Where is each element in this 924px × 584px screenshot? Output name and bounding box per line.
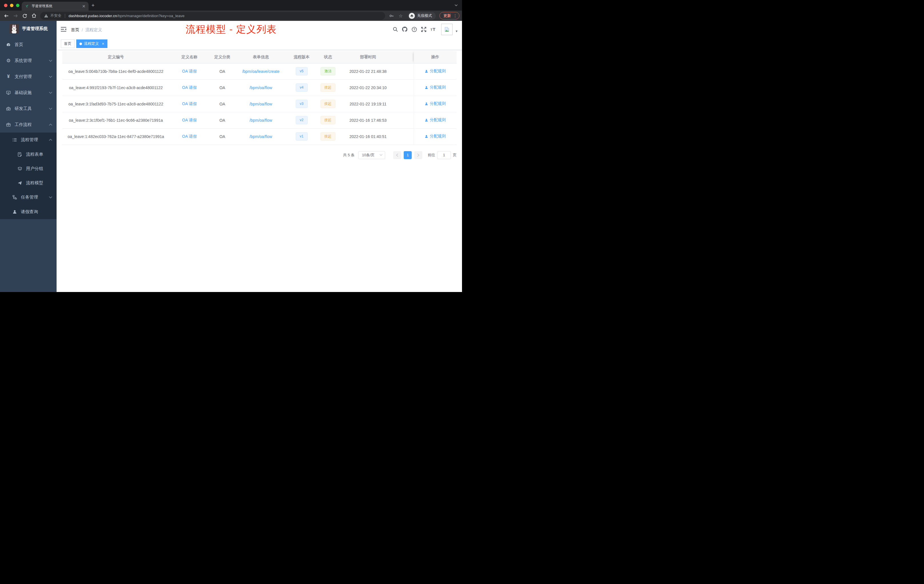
definition-name-link[interactable]: OA 请假 <box>182 85 196 90</box>
sidebar-item-dev-tools[interactable]: 研发工具 <box>0 101 56 117</box>
search-icon[interactable] <box>393 26 398 32</box>
security-label[interactable]: 不安全 <box>50 13 61 18</box>
select-chevron-down-icon <box>380 154 383 156</box>
form-link[interactable]: /bpm/oa/flow <box>249 86 272 90</box>
password-key-icon[interactable] <box>388 12 396 20</box>
sidebar-item-leave-query[interactable]: 请假查询 <box>0 205 56 219</box>
new-tab-button[interactable]: + <box>91 2 94 8</box>
tag-process-definition[interactable]: 流程定义 ✕ <box>76 40 107 48</box>
sidebar-item-process-management[interactable]: 流程管理 <box>0 133 56 147</box>
zoom-window-button[interactable] <box>16 4 20 7</box>
not-secure-warning-icon <box>44 14 48 18</box>
definition-id-cell: oa_leave:5:004b710b-7b8a-11ec-8ef0-acde4… <box>62 63 170 79</box>
sidebar-item-system[interactable]: ⚙ 系统管理 <box>0 53 56 69</box>
table-row: oa_leave:5:004b710b-7b8a-11ec-8ef0-acde4… <box>62 63 457 79</box>
robot-icon <box>17 166 23 171</box>
status-badge: 挂起 <box>320 132 335 140</box>
active-tag-dot <box>79 43 82 45</box>
status-badge: 激活 <box>320 67 335 76</box>
table-row: oa_leave:4:991f2193-7b7f-11ec-a3c8-acde4… <box>62 79 457 96</box>
next-page-button[interactable] <box>414 151 422 159</box>
col-definition-id: 定义编号 <box>62 51 170 63</box>
col-status: 状态 <box>317 51 340 63</box>
top-navbar: 首页 / 流程定义 流程模型 - 定义列表 ? <box>56 21 462 38</box>
back-icon[interactable] <box>3 12 10 20</box>
avatar-caret-down-icon[interactable]: ▾ <box>456 29 457 33</box>
sidebar-item-task-management[interactable]: 任务管理 <box>0 190 56 205</box>
help-icon[interactable]: ? <box>411 26 417 32</box>
tag-close-icon[interactable]: ✕ <box>102 42 104 46</box>
prev-page-button[interactable] <box>393 151 401 159</box>
sidebar-item-user-group[interactable]: 用户分组 <box>0 162 56 176</box>
forward-icon[interactable] <box>12 12 20 20</box>
category-cell: OA <box>210 96 235 112</box>
url-text[interactable]: dashboard.yudao.iocoder.cn/bpm/manager/d… <box>69 14 185 18</box>
current-page-button[interactable]: 1 <box>404 151 412 159</box>
bookmark-star-icon[interactable]: ☆ <box>397 12 404 20</box>
browser-tab[interactable]: 芋道管理系统 ✕ <box>22 2 89 11</box>
goto-page: 前往 页 <box>428 151 457 159</box>
sidebar-item-process-form[interactable]: 流程表单 <box>0 147 56 162</box>
sidebar-item-infrastructure[interactable]: 基础设施 <box>0 84 56 101</box>
status-badge: 挂起 <box>320 83 335 92</box>
window-controls[interactable] <box>4 4 20 7</box>
definition-name-link[interactable]: OA 请假 <box>182 134 196 139</box>
col-definition-name: 定义名称 <box>170 51 210 63</box>
category-cell: OA <box>210 63 235 79</box>
browser-tab-strip: 芋道管理系统 ✕ + <box>0 0 462 11</box>
assign-rule-link[interactable]: 分配规则 <box>424 117 446 122</box>
breadcrumb-current: 流程定义 <box>86 27 102 33</box>
svg-text:T: T <box>431 28 432 31</box>
browser-menu-kebab-icon[interactable]: ⋮ <box>453 13 457 18</box>
pagination: 共 5 条 10条/页 1 <box>62 150 457 160</box>
screen: 芋道管理系统 ✕ + 不安全 dashboard.yudao.iocoder.c… <box>0 0 462 292</box>
sidebar-logo[interactable]: 芋道管理系统 <box>0 21 56 36</box>
avatar[interactable] <box>441 24 452 35</box>
chevron-down-icon <box>49 196 52 198</box>
form-link[interactable]: /bpm/oa/flow <box>249 118 272 122</box>
table-row: oa_leave:3:1fad3d93-7b75-11ec-a3c8-acde4… <box>62 96 457 112</box>
breadcrumb-home[interactable]: 首页 <box>71 27 79 33</box>
incognito-label: 无痕模式 <box>417 13 432 18</box>
assign-rule-link[interactable]: 分配规则 <box>424 101 446 106</box>
sidebar-collapse-icon[interactable] <box>61 27 66 32</box>
sidebar-item-process-model[interactable]: 流程模型 <box>0 176 56 190</box>
reload-icon[interactable] <box>21 12 28 20</box>
update-button[interactable]: 更新 ⋮ <box>439 12 459 20</box>
tag-home[interactable]: 首页 <box>61 40 74 48</box>
fullscreen-icon[interactable] <box>421 26 427 32</box>
font-size-icon[interactable]: TT <box>430 27 436 32</box>
definition-name-link[interactable]: OA 请假 <box>182 69 196 73</box>
sidebar-item-workflow[interactable]: 工作流程 <box>0 117 56 133</box>
tab-close-icon[interactable]: ✕ <box>82 4 86 8</box>
page-size-select[interactable]: 10条/页 <box>358 151 385 159</box>
table-row: oa_leave:2:3c1f0ef1-76b1-11ec-9c66-a2380… <box>62 112 457 128</box>
navbar-actions: ? TT ▾ <box>393 21 457 38</box>
breadcrumb: 首页 / 流程定义 <box>71 27 102 33</box>
address-bar[interactable]: 不安全 dashboard.yudao.iocoder.cn/bpm/manag… <box>40 12 385 20</box>
logo-rabbit-avatar <box>10 24 19 33</box>
category-cell: OA <box>210 79 235 96</box>
assign-rule-link[interactable]: 分配规则 <box>424 134 446 139</box>
tabstrip-chevron-icon[interactable] <box>455 4 458 6</box>
assign-rule-link[interactable]: 分配规则 <box>424 85 446 90</box>
sidebar-item-home[interactable]: 首页 <box>0 36 56 53</box>
definition-name-link[interactable]: OA 请假 <box>182 118 196 122</box>
chevron-down-icon <box>49 92 52 94</box>
definition-id-cell: oa_leave:1:482ec033-762a-11ec-8477-a2380… <box>62 128 170 145</box>
definition-name-link[interactable]: OA 请假 <box>182 101 196 106</box>
minimize-window-button[interactable] <box>10 4 13 7</box>
close-window-button[interactable] <box>4 4 7 7</box>
page-unit-label: 页 <box>453 153 457 158</box>
form-link[interactable]: /bpm/oa/leave/create <box>242 69 280 74</box>
favicon-plant-icon <box>25 4 29 8</box>
github-icon[interactable] <box>402 26 408 32</box>
sidebar-item-payment[interactable]: ¥ 支付管理 <box>0 69 56 84</box>
svg-text:T: T <box>432 27 435 32</box>
filler-cell <box>396 128 414 145</box>
assign-rule-link[interactable]: 分配规则 <box>424 69 446 74</box>
form-link[interactable]: /bpm/oa/flow <box>249 102 272 106</box>
form-link[interactable]: /bpm/oa/flow <box>249 134 272 139</box>
goto-page-input[interactable] <box>437 151 451 159</box>
home-icon[interactable] <box>30 12 38 20</box>
